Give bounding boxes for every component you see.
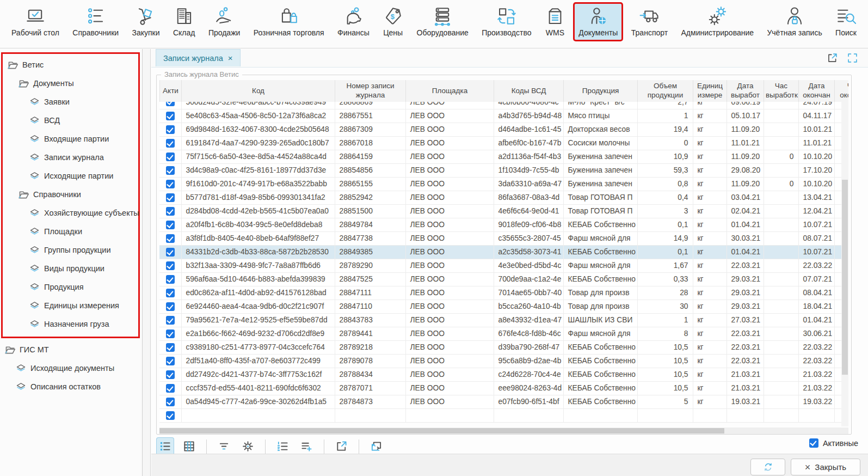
table-row[interactable] (159, 408, 848, 422)
table-row[interactable]: 69d9848d-1632-4067-8300-4cde25b056482886… (159, 123, 848, 136)
toolbar-item-warehouse[interactable]: Склад (169, 4, 199, 40)
column-header-vsd[interactable]: Коды ВСД (494, 80, 564, 102)
column-header-journal[interactable]: Номер записи журнала (335, 80, 406, 102)
fullscreen-icon[interactable] (847, 52, 858, 64)
column-header-active[interactable]: Акти (160, 80, 182, 102)
sidebar-item[interactable]: Группы продукции (3, 241, 138, 259)
row-checkbox[interactable] (166, 411, 175, 420)
toolbar-item-administration[interactable]: Администрирование (678, 4, 758, 40)
toolbar-item-account[interactable]: Учётная запись (763, 4, 826, 40)
column-header-unit[interactable]: Единиц измере (693, 80, 727, 102)
column-header-product[interactable]: Продукция (564, 80, 638, 102)
row-checkbox[interactable] (166, 398, 175, 406)
sidebar-item[interactable]: Записи журнала (3, 148, 138, 167)
table-row[interactable]: c9389180-c251-4773-8977-04c3ccefc7642878… (159, 340, 848, 354)
row-checkbox[interactable] (166, 343, 175, 352)
row-checkbox[interactable] (166, 384, 175, 393)
toolbar-item-production[interactable]: Производство (478, 4, 535, 40)
table-row[interactable]: cccf357d-ed55-4401-8211-690fdc6f63022878… (159, 381, 848, 395)
row-checkbox[interactable] (166, 370, 175, 379)
table-row[interactable]: 84331b2d-c3db-4b33-88ca-5872b2b285302884… (159, 245, 848, 259)
toolbar-item-desktop[interactable]: Рабочий стол (8, 4, 63, 40)
table-row[interactable]: 500d24d5-32fe-4e6b-abcc-b74c639ae9492886… (159, 102, 848, 109)
row-checkbox[interactable] (166, 357, 175, 365)
table-row[interactable]: 9f1610d0-201c-4749-917b-e68a3522babb2886… (159, 177, 848, 191)
sidebar-item[interactable]: Назначения груза (3, 315, 138, 333)
toolbar-item-sales[interactable]: Продажи (205, 4, 244, 40)
table-row[interactable]: b32f13aa-3309-4498-9fc7-7a8a87ffb6d62878… (159, 259, 848, 272)
column-header-date_prod[interactable]: Дата выработ (727, 80, 764, 102)
sidebar-item[interactable]: Исходящие документы (0, 359, 142, 377)
row-checkbox[interactable] (166, 221, 175, 229)
column-header-date_end[interactable]: Дата окончан (799, 80, 835, 102)
list-view-icon[interactable] (157, 438, 174, 455)
table-row[interactable]: 75f715c6-6a50-43ee-8d5a-44524a88ca4d2886… (159, 150, 848, 163)
open-external-icon[interactable] (333, 438, 350, 455)
horizontal-scrollbar-thumb[interactable] (159, 428, 724, 434)
column-header-site[interactable]: Площадка (406, 80, 494, 102)
column-header-hour_end[interactable]: Час окончан (835, 80, 849, 102)
row-checkbox[interactable] (166, 248, 175, 257)
add-list-icon[interactable] (298, 438, 315, 455)
table-row[interactable]: 596af6aa-5d10-4646-b883-abefda3998392884… (159, 272, 848, 286)
sidebar-item[interactable]: Площадки (3, 222, 138, 241)
sidebar-scrollbar[interactable] (143, 49, 151, 476)
table-row[interactable]: e2a1b66c-f662-469d-9232-d706cd2df8e92878… (159, 327, 848, 340)
sidebar-item[interactable]: Справочники (3, 185, 138, 204)
vertical-scrollbar[interactable] (841, 102, 848, 426)
row-checkbox[interactable] (166, 289, 175, 297)
repeat-icon[interactable] (368, 438, 385, 455)
row-checkbox[interactable] (166, 261, 175, 270)
row-checkbox[interactable] (166, 275, 175, 284)
row-checkbox[interactable] (166, 166, 175, 175)
sidebar-item[interactable]: ВСД (3, 111, 138, 130)
row-checkbox[interactable] (166, 329, 175, 338)
row-checkbox[interactable] (166, 125, 175, 134)
sidebar-item[interactable]: Документы (3, 74, 138, 93)
grid-icon[interactable] (181, 438, 198, 455)
sidebar-item[interactable]: Заявки (3, 93, 138, 111)
toolbar-item-retail[interactable]: Розничная торговля (250, 4, 328, 40)
gear-icon[interactable] (239, 438, 256, 455)
row-checkbox[interactable] (166, 152, 175, 161)
active-checkbox[interactable] (809, 438, 818, 448)
toolbar-item-search[interactable]: Поиск (832, 4, 860, 40)
sidebar-item[interactable]: Хозяйствующие субъекты (3, 204, 138, 222)
row-checkbox[interactable] (166, 112, 175, 120)
table-row[interactable]: 3d4c98a9-c0ac-4f25-8161-18977dd37d3e2885… (159, 163, 848, 177)
row-checkbox[interactable] (166, 207, 175, 216)
tab-close-icon[interactable]: × (228, 54, 233, 62)
close-button[interactable]: × Закрыть (791, 459, 860, 475)
row-checkbox[interactable] (166, 302, 175, 311)
row-checkbox[interactable] (166, 234, 175, 243)
tab-journal-records[interactable]: Записи журнала × (156, 49, 241, 66)
toolbar-item-catalogs[interactable]: Справочники (69, 4, 122, 40)
row-checkbox[interactable] (166, 316, 175, 325)
sidebar-item[interactable]: Описания остатков (0, 377, 142, 396)
table-row[interactable]: a20f4fb1-6c8b-4034-99c5-8e0efd8deba82884… (159, 218, 848, 231)
toolbar-item-transport[interactable]: Транспорт (627, 4, 672, 40)
sidebar-item[interactable]: ГИС МТ (0, 340, 142, 359)
table-row[interactable]: dd27492c-d421-4377-b74c-3ff7753c162f2878… (159, 368, 848, 381)
table-row[interactable]: 5e408c63-45aa-4506-8c50-12a73f6a8ca22886… (159, 109, 848, 123)
table-row[interactable]: 2df51a40-8ff0-435f-a707-8e603772c4992878… (159, 354, 848, 368)
table-row[interactable]: ed0c862a-af11-4d0d-ab92-d41576128bad2884… (159, 286, 848, 300)
table-row[interactable]: d284bd08-4cdd-42eb-b565-41c5b07ea0a02885… (159, 204, 848, 218)
sidebar-item[interactable]: Продукция (3, 278, 138, 296)
open-window-icon[interactable] (827, 52, 838, 64)
sidebar-item[interactable]: Единицы измерения (3, 296, 138, 315)
table-row[interactable]: b577d781-d18f-49a9-85b6-099301341fa22885… (159, 191, 848, 204)
row-checkbox[interactable] (166, 102, 175, 106)
toolbar-item-equipment[interactable]: Оборудование (413, 4, 472, 40)
table-row[interactable]: 79a95621-7e7a-4e12-9525-ef5e59be87dd2884… (159, 313, 848, 327)
toolbar-item-documents[interactable]: Документы (575, 4, 621, 40)
toolbar-item-purchases[interactable]: Закупки (128, 4, 164, 40)
toolbar-item-finance[interactable]: Финансы (334, 4, 373, 40)
toolbar-item-wms[interactable]: WMS (541, 4, 569, 40)
table-row[interactable]: 6191847d-4aa7-4290-9239-265ad0c180b72886… (159, 136, 848, 150)
filter-icon[interactable] (216, 438, 232, 455)
column-header-volume[interactable]: Объем продукции (638, 80, 693, 102)
numbered-list-icon[interactable] (274, 438, 291, 455)
toolbar-item-prices[interactable]: $Цены (379, 4, 407, 40)
vertical-scrollbar-thumb[interactable] (842, 180, 848, 375)
